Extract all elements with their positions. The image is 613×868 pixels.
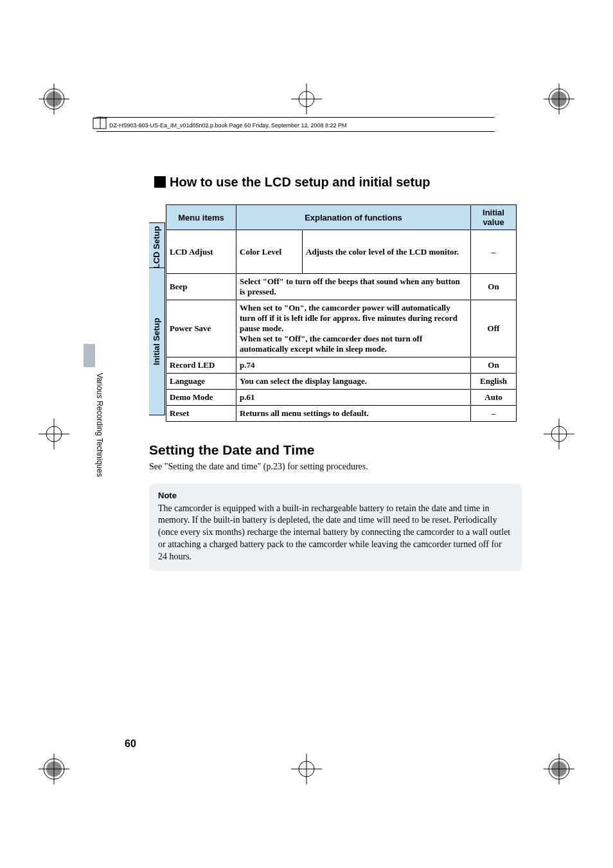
table-group-tab-initial: Initial Setup [149, 267, 165, 415]
subsection-heading: Setting the Date and Time [149, 442, 315, 458]
cell-val: English [471, 374, 517, 390]
cell-item: LCD Adjust [166, 230, 236, 274]
table-row: Beep Select "Off" to turn off the beeps … [166, 274, 517, 300]
cell-subitem: Color Level [236, 230, 303, 274]
cell-val: – [471, 406, 517, 422]
settings-table: Menu items Explanation of functions Init… [166, 204, 517, 422]
cell-func: p.74 [236, 357, 471, 374]
cell-val: On [471, 274, 517, 300]
page-number: 60 [125, 738, 136, 750]
col-explanation: Explanation of functions [236, 205, 471, 230]
cell-func: p.61 [236, 390, 471, 406]
cell-item: Power Save [166, 300, 236, 357]
cell-func: When set to "On", the camcorder power wi… [236, 300, 471, 357]
section-heading: How to use the LCD setup and initial set… [154, 175, 431, 190]
cell-item: Demo Mode [166, 390, 236, 406]
crop-mark-icon [39, 754, 69, 784]
table-row: Demo Mode p.61 Auto [166, 390, 517, 406]
note-box: Note The camcorder is equipped with a bu… [149, 484, 522, 571]
cell-val: On [471, 357, 517, 374]
col-menu-items: Menu items [166, 205, 236, 230]
col-initial-value: Initial value [471, 205, 517, 230]
table-row: Language You can select the display lang… [166, 374, 517, 390]
cell-func: Returns all menu settings to default. [236, 406, 471, 422]
cell-item: Beep [166, 274, 236, 300]
note-body: The camcorder is equipped with a built-i… [158, 503, 510, 562]
crop-mark-icon [39, 419, 69, 449]
side-section-label: Various Recording Techniques [95, 373, 104, 477]
page-content: DZ-HS903-803-US-Ea_IM_v01d05n02.p.book P… [96, 122, 517, 746]
crop-mark-icon [291, 754, 322, 784]
cell-func: Select "Off" to turn off the beeps that … [236, 274, 471, 300]
table-row: Power Save When set to "On", the camcord… [166, 300, 517, 357]
cell-func: Adjusts the color level of the LCD monit… [303, 230, 471, 274]
note-title: Note [158, 490, 513, 502]
crop-mark-icon [544, 419, 574, 449]
cell-item: Reset [166, 406, 236, 422]
book-icon [91, 114, 109, 132]
table-row: Reset Returns all menu settings to defau… [166, 406, 517, 422]
side-thumb-tab [84, 344, 95, 367]
running-header: DZ-HS903-803-US-Ea_IM_v01d05n02.p.book P… [109, 122, 347, 129]
crop-mark-icon [544, 84, 574, 114]
cell-val: Off [471, 300, 517, 357]
table-row: LCD Adjust Color Level Adjusts the color… [166, 230, 517, 274]
crop-mark-icon [291, 84, 322, 114]
crop-mark-icon [544, 754, 574, 784]
section-heading-text: How to use the LCD setup and initial set… [170, 175, 431, 189]
body-text: See "Setting the date and time" (p.23) f… [149, 462, 368, 472]
table-group-tab-lcd: LCD Setup [149, 222, 165, 273]
cell-item: Language [166, 374, 236, 390]
cell-item: Record LED [166, 357, 236, 374]
svg-rect-28 [93, 118, 106, 129]
crop-mark-icon [39, 84, 69, 114]
cell-val: Auto [471, 390, 517, 406]
cell-val: – [471, 230, 517, 274]
cell-func: You can select the display language. [236, 374, 471, 390]
rule [96, 117, 495, 118]
table-row: Record LED p.74 On [166, 357, 517, 374]
rule [96, 131, 495, 132]
